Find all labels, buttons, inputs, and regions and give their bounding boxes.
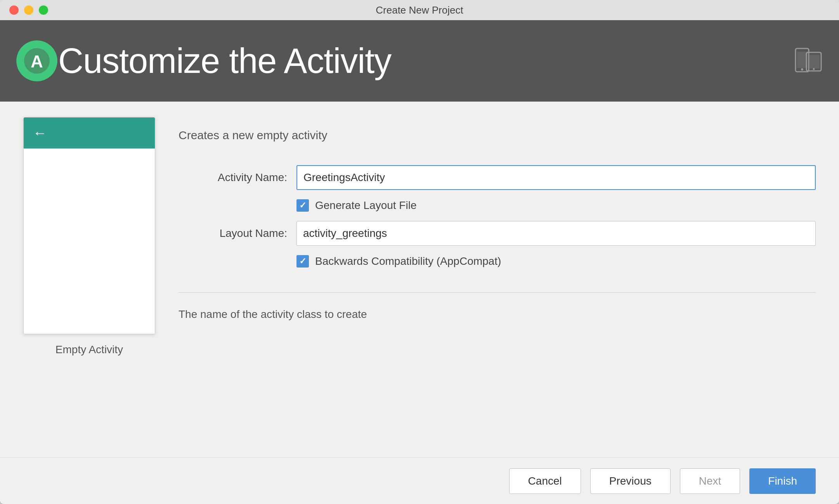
checkmark-icon: ✓ [299,200,306,211]
backwards-compat-label: Backwards Compatibility (AppCompat) [315,255,501,268]
main-window: Create New Project A Customize the Activ… [0,0,839,504]
form-area: Activity Name: ✓ Generate Layout File La… [179,165,816,277]
device-icon [792,45,823,77]
divider [179,292,816,293]
generate-layout-label: Generate Layout File [315,199,417,212]
window-title: Create New Project [376,4,463,16]
back-arrow-icon: ← [33,125,47,141]
page-title: Customize the Activity [58,41,391,81]
close-button[interactable] [9,5,19,15]
android-studio-logo: A [16,40,58,82]
svg-point-8 [813,68,815,70]
generate-layout-row: ✓ Generate Layout File [296,199,816,212]
title-bar: Create New Project [0,0,839,20]
backwards-compat-checkbox[interactable]: ✓ [296,255,309,268]
generate-layout-checkbox[interactable]: ✓ [296,199,309,212]
left-panel: ← Empty Activity [23,117,155,442]
svg-text:A: A [31,52,43,71]
maximize-button[interactable] [39,5,48,15]
layout-name-input[interactable] [296,221,816,246]
footer: Cancel Previous Next Finish [0,457,839,504]
preview-label: Empty Activity [55,343,123,356]
phone-preview: ← [23,117,155,334]
minimize-button[interactable] [24,5,33,15]
right-panel: Creates a new empty activity Activity Na… [179,117,816,442]
cancel-button[interactable]: Cancel [509,468,581,494]
activity-name-input[interactable] [296,165,816,190]
svg-rect-4 [797,52,807,68]
phone-body [24,148,155,334]
next-button[interactable]: Next [680,468,740,494]
svg-point-5 [801,68,803,71]
activity-name-row: Activity Name: [179,165,816,190]
finish-button[interactable]: Finish [749,468,816,494]
hint-text: The name of the activity class to create [179,308,816,321]
layout-name-row: Layout Name: [179,221,816,246]
device-icon-svg [792,45,823,76]
description-text: Creates a new empty activity [179,129,816,142]
main-content: ← Empty Activity Creates a new empty act… [0,102,839,457]
phone-header: ← [24,117,155,148]
svg-rect-7 [808,55,820,69]
checkmark-icon-2: ✓ [299,256,306,266]
traffic-lights [9,5,48,15]
activity-name-label: Activity Name: [179,171,287,184]
previous-button[interactable]: Previous [590,468,671,494]
header-section: A Customize the Activity [0,20,839,102]
layout-name-label: Layout Name: [179,227,287,240]
backwards-compat-row: ✓ Backwards Compatibility (AppCompat) [296,255,816,268]
